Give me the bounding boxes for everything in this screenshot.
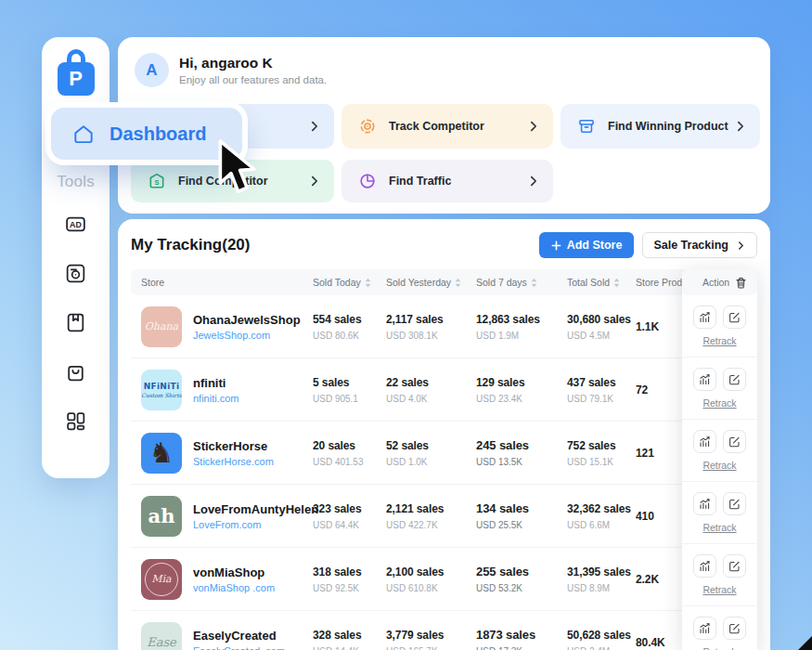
retrack-link[interactable]: Retrack [702,522,736,533]
column-header-store-products[interactable]: Store Products [636,277,682,288]
avatar[interactable]: A [135,53,169,87]
competitor-scan-icon[interactable] [62,259,90,287]
total-sold-usd: USD 8.9M [567,583,636,593]
quick-card-label: Find Traffic [389,175,451,188]
sold-7days-usd: USD 13.5K [476,457,567,467]
tracking-title: My Tracking(20) [131,236,251,254]
sold-yesterday-value: 2,100 sales [386,566,476,578]
sold-yesterday-value: 52 sales [386,439,476,452]
retrack-link[interactable]: Retrack [702,646,736,650]
chevron-right-icon [734,120,747,133]
store-domain-link[interactable]: StickerHorse.com [193,456,274,467]
greeting-text: Hi, angaroo K [179,55,327,72]
add-store-button[interactable]: Add Store [539,232,635,258]
sold-yesterday-usd: USD 610.8K [386,583,476,593]
store-domain-link[interactable]: vonMiaShop .com [193,582,275,593]
retrack-link[interactable]: Retrack [702,335,736,346]
edit-icon-button[interactable] [723,554,746,578]
total-sold-value: 32,362 sales [567,502,636,515]
chart-icon-button[interactable] [693,492,716,515]
greeting-subtitle: Enjoy all our features and data. [179,74,327,85]
quick-card-find-traffic[interactable]: Find Traffic [342,160,553,202]
row-actions: Retrack [682,358,757,420]
chart-icon-button[interactable] [693,617,716,640]
quick-card-find-winning-product[interactable]: Find Winning Product [561,104,760,149]
sold-7days-value: 1873 sales [476,628,567,642]
chevron-right-icon [308,175,321,188]
ads-icon[interactable]: AD [62,210,90,238]
sold-today-value: 328 sales [313,629,386,642]
sold-yesterday-usd: USD 165.7K [386,646,476,650]
column-header-store: Store [131,277,313,288]
saved-products-icon[interactable] [62,308,90,336]
chart-icon-button[interactable] [693,554,716,578]
trash-icon[interactable] [735,277,747,289]
retrack-link[interactable]: Retrack [702,460,736,471]
store-bag-icon[interactable] [62,358,90,385]
table-row: NFiNiTi Custom Shirts nfiniti nfiniti.co… [131,358,757,422]
quick-card-find-competitor[interactable]: S Find Competitor [131,160,334,202]
store-domain-link[interactable]: nfiniti.com [193,393,239,404]
sort-icon [455,278,461,288]
sold-today-value: 554 sales [313,313,386,326]
sold-7days-usd: USD 25.5K [476,520,567,530]
tracking-table: Store Sold Today Sold Yesterday Sold 7 d… [131,269,757,650]
sold-yesterday-usd: USD 1.0K [386,457,476,467]
sold-today-usd: USD 905.1 [313,394,386,404]
store-name: StickerHorse [193,439,274,453]
store-logo: NFiNiTi Custom Shirts [141,370,182,410]
sold-today-usd: USD 80.6K [313,331,386,341]
edit-icon-button[interactable] [723,617,746,640]
sold-7days-value: 12,863 sales [476,313,567,326]
store-domain-link[interactable]: JewelsShop.com [193,330,301,341]
table-row: Ohana OhanaJewelsShop JewelsShop.com 554… [131,295,757,358]
column-header-sold-7days[interactable]: Sold 7 days [476,277,567,288]
table-row: ah LoveFromAuntyHelen LoveFrom.com 323 s… [131,485,757,548]
store-name: EaselyCreated [193,629,285,643]
store-domain-link[interactable]: LoveFrom.com [193,519,318,530]
quick-card-label: Find Winning Product [608,120,728,133]
edit-icon-button[interactable] [723,430,746,453]
chevron-right-icon [527,175,540,188]
row-actions: Retrack [682,482,757,544]
chart-icon-button[interactable] [693,306,716,329]
tools-section-label: Tools [42,173,110,191]
sold-today-value: 20 sales [313,439,386,452]
retrack-link[interactable]: Retrack [702,397,736,409]
chart-icon-button[interactable] [693,430,716,453]
row-actions: Retrack [682,295,757,358]
store-logo: ah [141,496,182,537]
edit-icon-button[interactable] [723,306,746,329]
sort-icon [365,278,371,288]
sold-7days-value: 129 sales [476,376,567,389]
app-logo[interactable]: P [57,49,96,96]
sidebar-item-dashboard[interactable]: Dashboard [51,108,242,160]
apps-grid-icon[interactable] [62,407,90,435]
total-sold-usd: USD 2.4M [567,646,636,650]
column-header-sold-today[interactable]: Sold Today [313,277,386,288]
edit-icon-button[interactable] [723,492,746,515]
store-domain-link[interactable]: EaselyCreated .com [193,645,285,650]
total-sold-value: 31,395 sales [567,566,636,578]
retrack-link[interactable]: Retrack [702,584,736,595]
quick-card-track-competitor[interactable]: Track Competitor [342,104,553,149]
sold-yesterday-value: 2,121 sales [386,502,476,515]
store-logo: Ease [141,622,182,650]
sold-7days-usd: USD 53.2K [476,583,567,593]
sold-yesterday-value: 2,117 sales [386,313,476,326]
sold-today-usd: USD 401.53 [313,457,386,467]
plus-icon [551,240,561,251]
table-row: ♞ StickerHorse StickerHorse.com 20 sales… [131,422,757,485]
table-row: Ease EaselyCreated EaselyCreated .com 32… [131,611,757,650]
svg-text:S: S [154,178,159,187]
quick-card-label: Find Competitor [178,175,268,188]
chart-icon-button[interactable] [693,368,716,391]
column-header-sold-yesterday[interactable]: Sold Yesterday [386,277,476,288]
column-header-total-sold[interactable]: Total Sold [567,277,636,288]
table-header-row: Store Sold Today Sold Yesterday Sold 7 d… [131,269,757,295]
sale-tracking-button[interactable]: Sale Tracking [642,232,757,258]
quick-card-label: Track Competitor [389,120,484,133]
store-products-value: 80.4K [636,636,682,649]
total-sold-usd: USD 4.5M [567,331,636,341]
edit-icon-button[interactable] [723,368,746,391]
